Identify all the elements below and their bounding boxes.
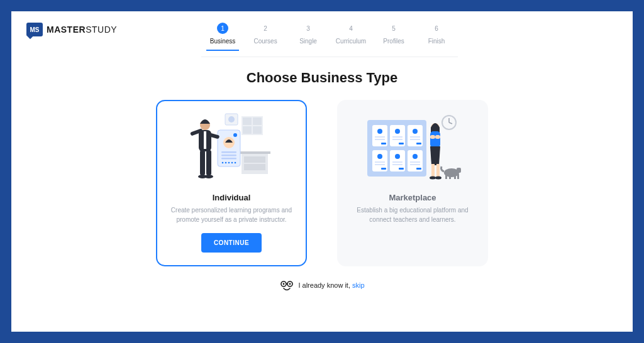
svg-point-44 — [377, 154, 382, 159]
svg-rect-7 — [239, 151, 270, 154]
svg-rect-74 — [457, 168, 461, 173]
svg-point-43 — [413, 129, 418, 134]
svg-rect-53 — [375, 161, 385, 163]
svg-rect-70 — [436, 164, 440, 177]
header: MS MASTERSTUDY 1Business2Courses3Single4… — [11, 11, 633, 51]
skip-row: I already know it, skip — [11, 280, 633, 290]
svg-point-19 — [228, 162, 230, 164]
step-label: Courses — [244, 38, 287, 45]
step-label: Single — [287, 38, 330, 45]
svg-rect-61 — [416, 143, 421, 144]
svg-rect-27 — [206, 150, 211, 175]
step-label: Profiles — [372, 38, 415, 45]
svg-point-20 — [231, 162, 233, 164]
svg-rect-14 — [221, 151, 236, 153]
svg-rect-67 — [430, 135, 435, 139]
step-number: 6 — [431, 23, 442, 34]
step-number: 1 — [217, 23, 228, 34]
step-single[interactable]: 3Single — [287, 23, 330, 45]
svg-point-82 — [283, 283, 285, 285]
step-finish[interactable]: 6Finish — [415, 23, 458, 45]
app-frame: MS MASTERSTUDY 1Business2Courses3Single4… — [11, 11, 633, 332]
svg-rect-76 — [449, 174, 451, 179]
step-curriculum[interactable]: 4Curriculum — [330, 23, 372, 45]
svg-rect-77 — [454, 174, 456, 179]
svg-rect-15 — [221, 155, 236, 156]
stepper-underline — [201, 57, 458, 57]
svg-rect-16 — [221, 158, 236, 160]
svg-rect-9 — [244, 156, 265, 163]
svg-rect-57 — [410, 161, 420, 163]
svg-rect-78 — [457, 174, 459, 179]
svg-rect-60 — [399, 143, 404, 144]
svg-point-71 — [430, 177, 436, 180]
svg-rect-55 — [392, 161, 402, 163]
step-label: Curriculum — [330, 38, 372, 45]
page-title: Choose Business Type — [11, 70, 633, 86]
wizard-stepper: 1Business2Courses3Single4Curriculum5Prof… — [201, 23, 458, 51]
svg-point-18 — [225, 162, 227, 164]
skip-lead-text: I already know it, skip — [298, 281, 364, 289]
svg-point-72 — [435, 177, 441, 180]
svg-point-46 — [413, 154, 418, 159]
card-marketplace-desc: Establish a big educational platform and… — [350, 206, 475, 224]
svg-rect-48 — [375, 139, 385, 140]
svg-rect-58 — [410, 164, 420, 165]
step-courses[interactable]: 2Courses — [244, 23, 287, 45]
brand-logo: MS MASTERSTUDY — [26, 23, 117, 36]
svg-point-6 — [228, 116, 235, 122]
svg-rect-30 — [204, 131, 206, 149]
business-type-cards: Individual Create personalized learning … — [11, 100, 633, 266]
logo-bold: MASTER — [47, 24, 86, 35]
svg-point-83 — [289, 283, 291, 285]
step-number: 5 — [388, 23, 399, 34]
svg-rect-52 — [410, 139, 420, 140]
marketplace-illustration — [350, 111, 475, 187]
svg-point-45 — [395, 154, 400, 159]
step-profiles[interactable]: 5Profiles — [372, 23, 415, 45]
svg-rect-66 — [430, 131, 440, 148]
svg-rect-68 — [435, 135, 440, 139]
card-individual[interactable]: Individual Create personalized learning … — [156, 100, 307, 266]
step-business[interactable]: 1Business — [201, 23, 244, 45]
svg-rect-62 — [381, 168, 386, 170]
svg-rect-64 — [416, 168, 421, 170]
svg-rect-47 — [375, 136, 385, 138]
svg-rect-50 — [392, 139, 402, 140]
svg-point-12 — [233, 133, 237, 137]
svg-point-42 — [395, 129, 400, 134]
logo-rest: STUDY — [86, 24, 117, 35]
logo-text: MASTERSTUDY — [47, 24, 117, 35]
card-individual-title: Individual — [169, 193, 294, 202]
svg-rect-1 — [243, 117, 252, 125]
individual-illustration — [169, 111, 294, 187]
svg-rect-49 — [392, 136, 402, 138]
step-number: 2 — [260, 23, 271, 34]
logo-mark-icon: MS — [26, 23, 43, 36]
svg-rect-69 — [431, 164, 435, 177]
skip-link[interactable]: skip — [352, 281, 365, 289]
svg-rect-56 — [392, 164, 402, 165]
svg-rect-75 — [445, 174, 447, 179]
svg-rect-59 — [381, 143, 386, 144]
svg-rect-4 — [253, 126, 262, 134]
svg-line-33 — [449, 122, 452, 124]
card-marketplace-title: Marketplace — [350, 193, 475, 202]
svg-rect-10 — [244, 164, 265, 170]
continue-button[interactable]: CONTINUE — [201, 233, 262, 253]
step-label: Business — [201, 38, 244, 45]
svg-rect-26 — [200, 150, 205, 175]
card-individual-desc: Create personalized learning programs an… — [169, 206, 294, 224]
svg-rect-2 — [253, 117, 262, 125]
step-number: 3 — [303, 23, 314, 34]
svg-rect-54 — [375, 164, 385, 165]
svg-point-17 — [222, 162, 224, 164]
card-marketplace[interactable]: Marketplace Establish a big educational … — [337, 100, 488, 266]
svg-rect-3 — [243, 126, 252, 134]
glasses-face-icon — [279, 280, 293, 290]
svg-point-21 — [235, 162, 236, 164]
step-number: 4 — [345, 23, 357, 34]
svg-rect-51 — [410, 136, 420, 138]
svg-point-41 — [377, 129, 382, 134]
svg-point-29 — [204, 175, 213, 178]
